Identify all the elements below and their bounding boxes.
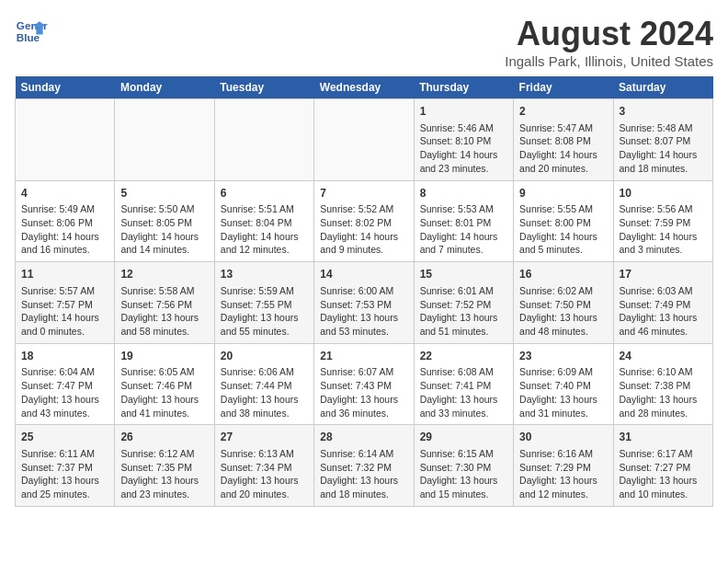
day-detail: Sunset: 7:27 PM — [620, 461, 707, 475]
day-detail: Sunset: 8:10 PM — [420, 134, 507, 148]
day-detail: Daylight: 14 hours — [21, 311, 108, 325]
week-row-4: 18Sunrise: 6:04 AMSunset: 7:47 PMDayligh… — [16, 343, 713, 425]
subtitle: Ingalls Park, Illinois, United States — [505, 53, 713, 69]
calendar-cell: 11Sunrise: 5:57 AMSunset: 7:57 PMDayligh… — [16, 262, 115, 344]
day-number: 29 — [420, 430, 507, 445]
day-detail: and 38 minutes. — [221, 407, 308, 420]
day-detail: and 23 minutes. — [120, 488, 208, 501]
day-number: 28 — [320, 430, 407, 445]
day-detail: Sunset: 7:57 PM — [21, 298, 108, 312]
day-number: 10 — [620, 186, 707, 201]
day-detail: Sunrise: 6:08 AM — [420, 365, 507, 379]
day-detail: Daylight: 14 hours — [320, 230, 407, 244]
day-detail: and 51 minutes. — [420, 325, 507, 339]
day-detail: Sunset: 7:30 PM — [420, 461, 507, 475]
main-title: August 2024 — [505, 15, 713, 53]
day-detail: Daylight: 13 hours — [519, 474, 607, 488]
day-detail: Sunset: 7:47 PM — [21, 379, 108, 393]
day-number: 19 — [120, 349, 208, 364]
day-detail: Daylight: 13 hours — [519, 393, 607, 407]
day-number: 6 — [221, 186, 308, 201]
day-detail: Sunrise: 5:50 AM — [120, 202, 208, 216]
day-detail: Sunrise: 6:13 AM — [221, 447, 308, 461]
day-detail: Sunrise: 5:52 AM — [320, 202, 407, 216]
calendar-cell: 30Sunrise: 6:16 AMSunset: 7:29 PMDayligh… — [514, 425, 613, 507]
day-detail: Sunrise: 6:04 AM — [21, 365, 108, 379]
day-detail: Sunset: 8:00 PM — [519, 216, 607, 230]
day-detail: Daylight: 13 hours — [519, 311, 607, 325]
calendar-cell: 29Sunrise: 6:15 AMSunset: 7:30 PMDayligh… — [414, 425, 513, 507]
day-detail: and 0 minutes. — [21, 325, 108, 339]
day-detail: Sunset: 7:44 PM — [221, 379, 308, 393]
day-detail: Sunrise: 6:01 AM — [420, 284, 507, 298]
day-detail: Daylight: 14 hours — [221, 230, 308, 244]
day-detail: Sunset: 7:56 PM — [120, 298, 208, 312]
day-detail: and 12 minutes. — [519, 488, 607, 501]
day-detail: Sunset: 8:06 PM — [21, 216, 108, 230]
calendar-header: SundayMondayTuesdayWednesdayThursdayFrid… — [16, 76, 713, 99]
day-number: 1 — [420, 104, 507, 120]
day-detail: Sunrise: 5:51 AM — [221, 202, 308, 216]
day-detail: Daylight: 14 hours — [120, 230, 208, 244]
calendar-cell: 8Sunrise: 5:53 AMSunset: 8:01 PMDaylight… — [414, 180, 513, 262]
weekday-header-row: SundayMondayTuesdayWednesdayThursdayFrid… — [16, 76, 713, 99]
calendar-cell: 25Sunrise: 6:11 AMSunset: 7:37 PMDayligh… — [16, 425, 115, 507]
calendar-body: 1Sunrise: 5:46 AMSunset: 8:10 PMDaylight… — [16, 99, 713, 507]
calendar-cell: 22Sunrise: 6:08 AMSunset: 7:41 PMDayligh… — [414, 343, 513, 425]
week-row-1: 1Sunrise: 5:46 AMSunset: 8:10 PMDaylight… — [16, 99, 713, 181]
calendar-cell: 21Sunrise: 6:07 AMSunset: 7:43 PMDayligh… — [314, 343, 414, 425]
week-row-2: 4Sunrise: 5:49 AMSunset: 8:06 PMDaylight… — [16, 180, 713, 262]
day-detail: Sunrise: 5:47 AM — [519, 121, 607, 135]
weekday-header-friday: Friday — [514, 76, 613, 99]
calendar-cell: 17Sunrise: 6:03 AMSunset: 7:49 PMDayligh… — [613, 262, 712, 344]
day-detail: and 7 minutes. — [420, 243, 507, 257]
day-number: 15 — [420, 267, 507, 282]
day-number: 8 — [420, 186, 507, 201]
day-number: 9 — [519, 186, 607, 201]
day-detail: Sunset: 7:40 PM — [519, 379, 607, 393]
calendar-cell: 1Sunrise: 5:46 AMSunset: 8:10 PMDaylight… — [414, 99, 513, 181]
day-detail: Sunrise: 5:48 AM — [620, 121, 707, 135]
day-detail: and 20 minutes. — [221, 488, 308, 501]
day-detail: and 18 minutes. — [620, 162, 707, 176]
day-detail: Daylight: 14 hours — [21, 230, 108, 244]
day-detail: Daylight: 13 hours — [21, 474, 108, 488]
day-detail: Sunrise: 5:58 AM — [120, 284, 208, 298]
day-detail: Sunrise: 5:49 AM — [21, 202, 108, 216]
day-number: 20 — [221, 349, 308, 364]
day-detail: and 33 minutes. — [420, 407, 507, 420]
logo: General Blue — [15, 15, 48, 48]
calendar-cell: 18Sunrise: 6:04 AMSunset: 7:47 PMDayligh… — [16, 343, 115, 425]
day-detail: and 15 minutes. — [420, 488, 507, 501]
day-detail: Sunset: 7:37 PM — [21, 461, 108, 475]
day-detail: Daylight: 13 hours — [420, 311, 507, 325]
day-detail: Sunset: 7:59 PM — [620, 216, 707, 230]
calendar-cell: 5Sunrise: 5:50 AMSunset: 8:05 PMDaylight… — [115, 180, 214, 262]
weekday-header-thursday: Thursday — [414, 76, 513, 99]
day-detail: Daylight: 14 hours — [519, 230, 607, 244]
day-detail: Sunrise: 6:03 AM — [620, 284, 707, 298]
day-detail: Daylight: 13 hours — [320, 311, 407, 325]
day-detail: Daylight: 14 hours — [620, 148, 707, 162]
calendar-cell: 15Sunrise: 6:01 AMSunset: 7:52 PMDayligh… — [414, 262, 513, 344]
title-area: August 2024 Ingalls Park, Illinois, Unit… — [505, 15, 713, 69]
day-detail: Sunset: 8:02 PM — [320, 216, 407, 230]
day-number: 22 — [420, 349, 507, 364]
calendar-cell: 9Sunrise: 5:55 AMSunset: 8:00 PMDaylight… — [514, 180, 613, 262]
week-row-3: 11Sunrise: 5:57 AMSunset: 7:57 PMDayligh… — [16, 262, 713, 344]
calendar-cell: 13Sunrise: 5:59 AMSunset: 7:55 PMDayligh… — [214, 262, 313, 344]
day-detail: Sunrise: 6:14 AM — [320, 447, 407, 461]
day-detail: and 18 minutes. — [320, 488, 407, 501]
day-detail: Sunrise: 6:06 AM — [221, 365, 308, 379]
day-detail: and 23 minutes. — [420, 162, 507, 176]
day-detail: Sunrise: 6:00 AM — [320, 284, 407, 298]
day-detail: Sunset: 8:08 PM — [519, 134, 607, 148]
day-detail: and 9 minutes. — [320, 243, 407, 257]
day-detail: and 5 minutes. — [519, 243, 607, 257]
day-number: 25 — [21, 430, 108, 445]
day-detail: Sunset: 7:41 PM — [420, 379, 507, 393]
day-detail: Daylight: 13 hours — [420, 474, 507, 488]
calendar-cell — [16, 99, 115, 181]
day-number: 31 — [620, 430, 707, 445]
day-number: 27 — [221, 430, 308, 445]
